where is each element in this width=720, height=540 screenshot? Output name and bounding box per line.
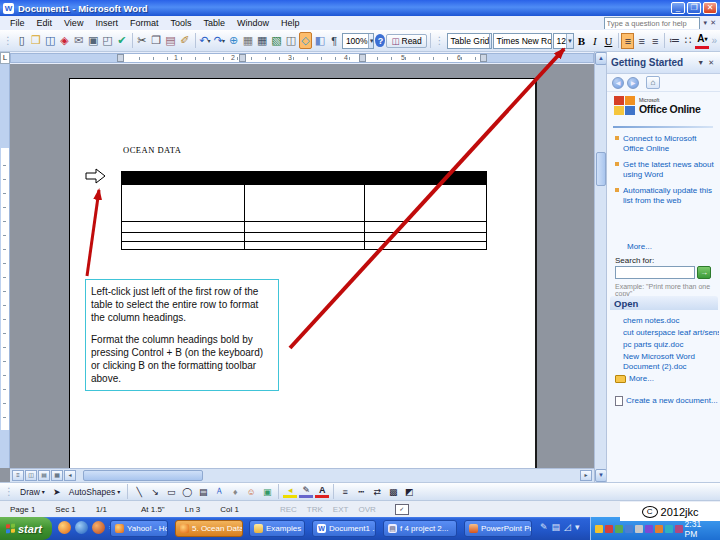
security-shield-tray-icon[interactable]: [595, 525, 603, 533]
draw-font-color-icon[interactable]: A: [315, 485, 329, 498]
cut-icon[interactable]: ✂: [135, 32, 148, 49]
document-page[interactable]: OCEAN DATA: [69, 78, 537, 468]
forward-icon[interactable]: ▶: [627, 77, 639, 89]
normal-view-icon[interactable]: ≡: [12, 470, 24, 481]
table-column-marker[interactable]: [480, 54, 487, 62]
arrow-icon[interactable]: ↘: [148, 485, 162, 498]
font-combo[interactable]: Times New Roman▼: [493, 33, 552, 49]
align-center-icon[interactable]: ≡: [635, 33, 648, 49]
create-new-document-link[interactable]: Create a new document...: [626, 396, 718, 406]
recent-file-link[interactable]: New Microsoft Word Document (2).doc: [623, 352, 719, 372]
rectangle-icon[interactable]: ▭: [164, 485, 178, 498]
recent-file-link[interactable]: chem notes.doc: [623, 316, 719, 326]
start-button[interactable]: start: [0, 517, 52, 540]
permission-icon[interactable]: ◈: [58, 32, 71, 49]
align-right-icon[interactable]: ≡: [649, 33, 662, 49]
minimize-button[interactable]: _: [671, 2, 685, 14]
email-icon[interactable]: ✉: [72, 32, 85, 49]
align-left-icon[interactable]: ≡: [621, 33, 634, 49]
shadow-style-icon[interactable]: ▩: [386, 485, 400, 498]
table-cell[interactable]: [244, 185, 365, 221]
outline-view-icon[interactable]: ▦: [51, 470, 63, 481]
latest-news-link[interactable]: Get the latest news about using Word: [623, 160, 717, 180]
table-cell[interactable]: [244, 242, 365, 249]
columns-icon[interactable]: ◫: [284, 32, 297, 49]
numbered-list-icon[interactable]: ≔: [668, 33, 681, 49]
redo-icon[interactable]: ↷▾: [213, 32, 226, 49]
italic-button[interactable]: I: [589, 33, 602, 49]
tab-stop-selector[interactable]: L: [0, 52, 10, 64]
more-files-link[interactable]: More...: [629, 374, 654, 384]
table-column-marker[interactable]: [117, 54, 124, 62]
print-layout-view-icon[interactable]: ▤: [38, 470, 50, 481]
menubar-close-icon[interactable]: ✕: [710, 19, 716, 27]
taskbar-button-powerpoint[interactable]: PowerPoint Pre...: [464, 520, 532, 537]
diagram-icon[interactable]: ♦: [228, 485, 242, 498]
recent-file-link[interactable]: pc parts quiz.doc: [623, 340, 719, 350]
menu-window[interactable]: Window: [231, 17, 275, 29]
table-cell[interactable]: [122, 242, 244, 249]
web-layout-view-icon[interactable]: ◫: [25, 470, 37, 481]
new-document-icon[interactable]: ▯: [15, 32, 28, 49]
search-go-icon[interactable]: →: [697, 266, 711, 279]
style-combo[interactable]: Table Grid▼: [447, 33, 492, 49]
show-paragraph-icon[interactable]: ¶: [328, 32, 341, 49]
text-box-icon[interactable]: ▤: [196, 485, 210, 498]
horizontal-scroll-thumb[interactable]: [83, 470, 203, 481]
menu-format[interactable]: Format: [124, 17, 165, 29]
tray-icon[interactable]: [615, 525, 623, 533]
task-pane-close-icon[interactable]: ✕: [706, 59, 716, 67]
vertical-scroll-thumb[interactable]: [596, 152, 606, 186]
table-cell[interactable]: [244, 233, 365, 241]
bulleted-list-icon[interactable]: ∷: [682, 33, 695, 49]
task-pane-dropdown-icon[interactable]: ▼: [695, 59, 706, 66]
line-style-icon[interactable]: ≡: [338, 485, 352, 498]
zoom-combo[interactable]: 100%▼: [342, 33, 374, 49]
table-cell[interactable]: [364, 185, 486, 221]
table-cell[interactable]: [122, 222, 244, 232]
menu-help[interactable]: Help: [275, 17, 306, 29]
scroll-left-icon[interactable]: ◂: [64, 470, 76, 481]
line-icon[interactable]: ╲: [132, 485, 146, 498]
drawbar-grip[interactable]: ⋮: [4, 486, 14, 497]
toolbar-grip[interactable]: ⋮: [3, 35, 13, 46]
autoshapes-menu-button[interactable]: AutoShapes▾: [66, 486, 123, 498]
open-icon[interactable]: ❒: [29, 32, 42, 49]
save-icon[interactable]: ◫: [44, 32, 57, 49]
table-column-marker[interactable]: [239, 54, 246, 62]
hyperlink-icon[interactable]: ⊕: [227, 32, 240, 49]
status-ovr-toggle[interactable]: OVR: [353, 505, 380, 514]
clip-art-icon[interactable]: ☺: [244, 485, 258, 498]
status-ext-toggle[interactable]: EXT: [328, 505, 354, 514]
office-online-link[interactable]: Connect to Microsoft Office Online: [623, 134, 717, 154]
fill-color-icon[interactable]: ◂: [283, 485, 297, 498]
menu-table[interactable]: Table: [197, 17, 231, 29]
status-trk-toggle[interactable]: TRK: [302, 505, 328, 514]
table-cell[interactable]: [122, 233, 244, 241]
tray-icon[interactable]: [605, 525, 613, 533]
input-options-icon[interactable]: ▾: [575, 522, 580, 532]
auto-update-link[interactable]: Automatically update this list from the …: [623, 186, 717, 206]
tray-icon[interactable]: [625, 525, 633, 533]
taskbar-button-yahoo[interactable]: Yahoo! - Hotm...: [110, 520, 168, 537]
help-icon[interactable]: ?: [375, 34, 385, 47]
read-button[interactable]: ◫Read: [386, 34, 426, 48]
table-cell[interactable]: [122, 185, 244, 221]
document-map-icon[interactable]: ◧: [313, 32, 326, 49]
taskbar-button-ocean-data[interactable]: 5. Ocean Data ...: [175, 520, 243, 537]
question-dropdown-icon[interactable]: ▾: [704, 19, 708, 27]
taskbar-button-f4-project[interactable]: ▤ f 4 project 2...: [383, 520, 457, 537]
underline-button[interactable]: U: [602, 33, 615, 49]
table-cell[interactable]: [244, 222, 365, 232]
quick-launch-browser-icon[interactable]: [75, 521, 88, 534]
recent-file-link[interactable]: cut outerspace leaf art/senses used: [623, 328, 719, 338]
draw-menu-button[interactable]: Draw▾: [17, 486, 48, 498]
line-color-icon[interactable]: ✎: [299, 485, 313, 498]
table-cell[interactable]: [364, 222, 486, 232]
threed-style-icon[interactable]: ◩: [402, 485, 416, 498]
close-button[interactable]: ✕: [703, 2, 717, 14]
font-color-icon[interactable]: A▾: [695, 33, 709, 49]
menu-view[interactable]: View: [58, 17, 89, 29]
select-objects-icon[interactable]: ➤: [50, 485, 64, 498]
table-cell[interactable]: [364, 233, 486, 241]
